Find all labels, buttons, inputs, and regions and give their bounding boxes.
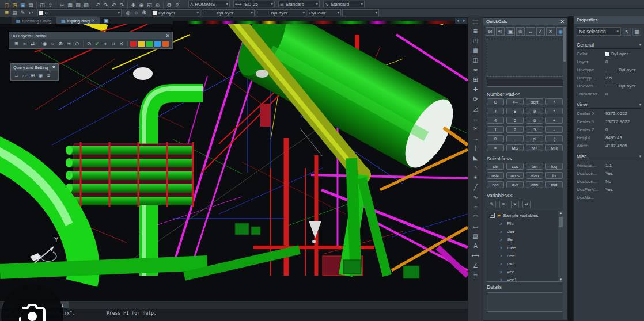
command-line[interactable]: Not Fi rs_zwcad.crx". Press F1 for help.… bbox=[0, 309, 468, 321]
layer-current-icon[interactable]: ✔ bbox=[93, 40, 101, 47]
query-area-icon[interactable]: ▱ bbox=[21, 72, 28, 79]
tab-next-icon[interactable]: ▸ bbox=[461, 18, 467, 24]
property-value[interactable]: 4187.4585 bbox=[605, 143, 641, 148]
layer-delete-icon[interactable]: ✕ bbox=[118, 40, 125, 47]
layer-properties-icon[interactable]: ≣ bbox=[3, 9, 10, 16]
variable-item-vee[interactable]: xvee bbox=[487, 268, 563, 276]
scientific-header[interactable]: Scientific<< bbox=[483, 154, 567, 163]
quickcalc-titlebar[interactable]: QuickCalc ✕ bbox=[483, 18, 567, 25]
arc-icon[interactable]: ◠ bbox=[471, 212, 480, 221]
variable-item-Phi[interactable]: xPhi bbox=[487, 219, 563, 227]
doc-tab-Piping.dwg[interactable]: ▤Piping.dwg✕ bbox=[56, 17, 100, 24]
collapse-icon[interactable]: – bbox=[490, 213, 495, 218]
number-pad-header[interactable]: Number Pad<< bbox=[483, 89, 567, 98]
layer-lock-icon[interactable]: ⊙ bbox=[73, 40, 81, 47]
property-row-annotat[interactable]: Annotat...1:1 bbox=[574, 161, 644, 169]
calc-key-+[interactable]: + bbox=[545, 117, 563, 124]
plotstyle-combo[interactable]: ByColor ▾ bbox=[308, 9, 341, 16]
property-value[interactable]: 13772.9022 bbox=[605, 119, 641, 124]
paste-icon[interactable]: ▧ bbox=[74, 2, 82, 9]
property-row-centery[interactable]: Center Y13772.9022 bbox=[574, 117, 644, 125]
calc-key-5[interactable]: 5 bbox=[506, 117, 524, 124]
property-row-height[interactable]: Height8495.43 bbox=[574, 133, 644, 142]
text-style-combo[interactable]: AROMANS▾ bbox=[188, 1, 230, 7]
plot-icon[interactable]: ▤ bbox=[27, 2, 35, 9]
layer-freeze-icon[interactable]: ❆ bbox=[141, 9, 148, 16]
clear-icon[interactable]: ⊠ bbox=[486, 27, 495, 36]
calc-key-M+[interactable]: M+ bbox=[526, 144, 543, 151]
calc-key-3[interactable]: 3 bbox=[526, 126, 543, 133]
layer-merge-icon[interactable]: ∪ bbox=[109, 40, 117, 47]
calc-key-6[interactable]: 6 bbox=[526, 117, 543, 124]
layer-unisolate-icon[interactable]: ○ bbox=[132, 9, 140, 16]
edit-variable-icon[interactable]: ≡ bbox=[499, 201, 507, 208]
calc-key-pi[interactable]: pi bbox=[526, 135, 543, 142]
select-objects-icon[interactable]: ↖ bbox=[623, 28, 631, 36]
calc-key-([interactable]: ( bbox=[545, 135, 563, 142]
dim-style-icon[interactable]: ⟷ bbox=[235, 2, 241, 7]
scroll-down-icon[interactable]: ▼ bbox=[559, 278, 563, 281]
property-value[interactable]: 0 bbox=[605, 59, 641, 64]
drawing-viewport[interactable]: Y 3D Layers Control ✕ ≣≈⇄◉○❆☀⊙⊘✔≈∪✕ Quer… bbox=[0, 24, 468, 301]
clear-history-icon[interactable]: ⟲ bbox=[496, 27, 505, 36]
layers-control-toolbar[interactable]: 3D Layers Control ✕ ≣≈⇄◉○❆☀⊙⊘✔≈∪✕ bbox=[9, 32, 173, 49]
variable-item-mee[interactable]: xmee bbox=[487, 243, 563, 251]
properties-icon[interactable]: ≣ bbox=[471, 26, 480, 35]
variable-item-vee1[interactable]: xvee1 bbox=[487, 276, 563, 282]
offset-icon[interactable]: ≍ bbox=[471, 66, 480, 74]
property-value[interactable]: ByLayer bbox=[605, 67, 641, 72]
calc-key-0[interactable]: 0 bbox=[487, 135, 504, 142]
calc-key-sqrt[interactable]: sqrt bbox=[526, 98, 543, 105]
table-style-icon[interactable]: ⊞ bbox=[280, 2, 284, 7]
property-row-linetype[interactable]: LinetypeByLayer bbox=[574, 66, 644, 74]
table-style-combo[interactable]: ⊞Standard▾ bbox=[278, 1, 320, 7]
layer-translate-icon[interactable]: ⇄ bbox=[29, 40, 36, 47]
circle-icon[interactable]: ○ bbox=[471, 202, 480, 211]
stretch-icon[interactable]: ↔ bbox=[471, 114, 480, 123]
layer-combo[interactable]: 0 ▾ bbox=[37, 9, 122, 16]
measure-icon[interactable]: ∠ bbox=[471, 261, 480, 270]
scale-icon[interactable]: ◿ bbox=[471, 105, 480, 113]
close-icon[interactable]: ✕ bbox=[51, 64, 56, 70]
calc-key-*[interactable]: * bbox=[545, 108, 563, 114]
copy-icon[interactable]: ▦ bbox=[66, 2, 74, 9]
color-orange-icon[interactable] bbox=[162, 41, 169, 47]
quick-select-icon[interactable]: ▦ bbox=[632, 28, 641, 36]
scroll-thumb[interactable] bbox=[559, 217, 563, 227]
section-header-view[interactable]: View▾ bbox=[577, 101, 641, 109]
color-yellow-icon[interactable] bbox=[138, 41, 145, 47]
new-variable-icon[interactable]: ✎ bbox=[488, 201, 496, 208]
paste-to-command-line-icon[interactable]: ▣ bbox=[506, 27, 515, 36]
cut-icon[interactable]: ✂ bbox=[58, 2, 66, 9]
query-titlebar[interactable]: Query and Setting ✕ bbox=[11, 64, 58, 71]
property-row-linewei[interactable]: LineWei...ByLayer bbox=[574, 82, 644, 90]
calc-key-asin[interactable]: asin bbox=[487, 172, 504, 179]
mleader-style-combo[interactable]: ↘Standard▾ bbox=[323, 1, 365, 7]
calc-key-.[interactable]: . bbox=[506, 135, 524, 142]
polyline-icon[interactable]: ∿ bbox=[471, 193, 480, 201]
erase-icon[interactable]: ◰ bbox=[471, 36, 480, 45]
tab-prev-icon[interactable]: ◂ bbox=[455, 18, 461, 24]
calc-key-cos[interactable]: cos bbox=[506, 163, 524, 170]
quickcalc-input[interactable] bbox=[487, 79, 564, 87]
text-icon[interactable]: A bbox=[471, 242, 480, 250]
make-current-icon[interactable]: ✎ bbox=[19, 9, 26, 16]
rectangle-icon[interactable]: ▭ bbox=[471, 222, 480, 231]
property-row-ucsicon[interactable]: UcsIcon...No bbox=[574, 177, 644, 185]
calc-key-ln[interactable]: ln bbox=[545, 172, 563, 179]
calc-key-atan[interactable]: atan bbox=[526, 172, 543, 179]
break-icon[interactable]: ╎ bbox=[471, 144, 480, 152]
close-icon[interactable]: ✕ bbox=[92, 18, 95, 23]
array-icon[interactable]: ⊞ bbox=[471, 75, 480, 84]
calc-key-/[interactable]: / bbox=[545, 98, 563, 105]
calc-key-<--[interactable]: <-- bbox=[506, 98, 524, 105]
save-icon[interactable]: ▣ bbox=[19, 2, 26, 9]
property-row-color[interactable]: ColorByLayer bbox=[574, 49, 644, 58]
property-row-ucsperv[interactable]: UcsPerV...Yes bbox=[574, 185, 644, 193]
variable-item-ille[interactable]: xille bbox=[487, 235, 563, 243]
property-value[interactable]: 1:1 bbox=[605, 163, 641, 168]
new-tab-icon[interactable]: ▣ bbox=[103, 17, 110, 24]
pan-icon[interactable]: ✚ bbox=[130, 2, 137, 9]
calc-key-r2d[interactable]: r2d bbox=[487, 181, 504, 188]
extend-icon[interactable]: → bbox=[471, 134, 480, 143]
